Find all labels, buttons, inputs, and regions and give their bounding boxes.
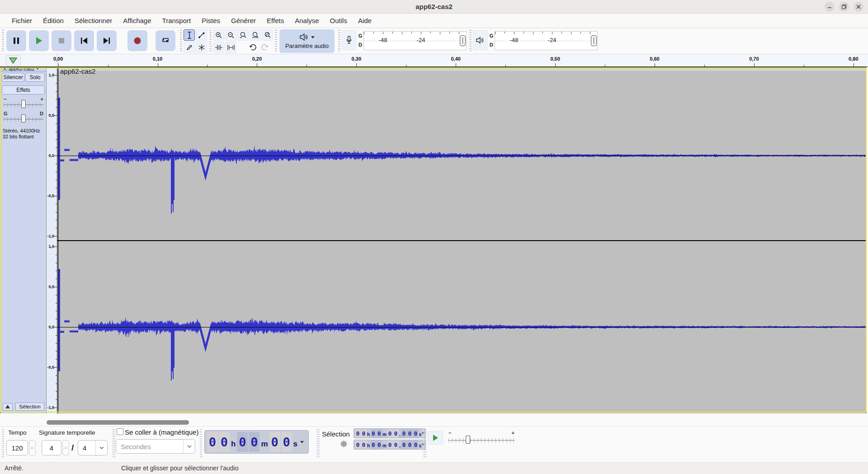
time-signature-spin-up[interactable] [62,440,69,447]
fit-project-button[interactable] [250,29,261,41]
menu-item-edition[interactable]: Édition [38,15,69,26]
time-digit[interactable]: 0 [387,429,393,437]
silence-audio-button[interactable] [225,42,236,53]
tempo-spin-up[interactable] [29,440,36,447]
play-speed-slider-handle[interactable] [466,436,470,444]
pan-slider-handle[interactable] [21,114,26,123]
close-button[interactable] [854,2,863,12]
time-digit[interactable]: 0 [401,441,406,449]
time-digit[interactable]: 0 [393,429,399,437]
tools-toolbar-grip[interactable] [180,30,182,52]
effects-button[interactable]: Effets [2,85,45,95]
play-speed-slider[interactable]: − + [448,430,514,446]
timebig-grip[interactable] [200,429,202,457]
audio-setup-grip[interactable] [275,30,277,52]
time-digit[interactable]: 0 [401,429,406,437]
redo-button[interactable] [259,42,270,53]
menu-item-fichier[interactable]: Fichier [6,15,38,26]
restore-button[interactable] [839,2,849,12]
zoom-toggle-button[interactable] [262,29,273,41]
record-meter-button[interactable] [342,30,356,50]
loop-button[interactable] [156,30,175,51]
selection-settings-button[interactable] [340,440,348,450]
horizontal-scrollbar[interactable] [0,419,868,426]
time-toolbar-grip[interactable] [2,429,4,457]
menu-item-pistes[interactable]: Pistes [196,15,226,26]
waveform-area[interactable]: app62-cas2 [57,67,866,413]
snap-checkbox[interactable] [117,428,123,435]
menu-item-generer[interactable]: Générer [226,15,261,26]
time-signature-lower-caret[interactable] [95,441,107,455]
gain-slider[interactable]: − + [4,98,43,109]
audio-setup-button[interactable]: Paramètre audio [279,29,335,53]
time-digit[interactable]: 0 [219,432,230,452]
record-meter[interactable]: GD -48-24 [342,29,467,52]
snap-unit-caret[interactable] [183,440,195,453]
audio-position-display[interactable]: 00h00m00s [204,430,309,454]
track-close-button[interactable] [2,67,7,71]
time-signature-lower-select[interactable]: 4 [78,440,108,455]
tempo-input[interactable]: 120 [6,440,28,455]
menu-item-analyse[interactable]: Analyse [289,15,324,26]
time-digit[interactable]: 0 [407,429,412,437]
time-digit[interactable]: 0 [371,441,376,449]
playback-meter-bar[interactable]: -48-24 [495,31,598,50]
stop-button[interactable] [52,30,71,51]
menu-item-outils[interactable]: Outils [325,15,353,26]
selection-start-field[interactable]: 00h00m00,000s [354,428,426,438]
draw-tool-button[interactable] [184,42,195,53]
track-selection-button[interactable]: Sélection [15,403,44,411]
edit-toolbar-grip[interactable] [209,30,212,52]
time-digit[interactable]: 0 [237,432,248,452]
playback-meter-button[interactable] [473,30,487,50]
snap-unit-select[interactable]: Secondes [116,439,195,454]
waveform-canvas[interactable] [57,67,866,413]
selection-end-field[interactable]: 00h00m00,000s [354,440,426,450]
record-meter-bar[interactable]: -48-24 [363,31,467,50]
play-button[interactable] [29,30,49,51]
skip-to-end-button[interactable] [97,30,117,51]
horizontal-scrollbar-thumb[interactable] [47,420,189,425]
envelope-tool-button[interactable] [196,29,207,41]
time-signature-spin-down[interactable] [62,448,69,455]
mute-button[interactable]: Silencer [2,73,24,82]
pan-slider[interactable]: G D [4,113,43,123]
trim-audio-button[interactable] [213,42,224,53]
time-digit[interactable]: 0 [361,429,367,437]
track-collapse-button[interactable] [3,403,13,411]
record-meter-grip[interactable] [338,30,340,52]
zoom-in-button[interactable] [213,29,224,41]
multi-tool-button[interactable] [196,42,207,53]
time-digit[interactable]: 0 [377,441,382,449]
time-digit[interactable]: 0 [269,432,280,452]
record-button[interactable] [127,30,147,51]
play-at-speed-button[interactable] [428,431,443,445]
selection-tool-button[interactable] [184,29,195,41]
track-title[interactable]: app62-cas2 [9,67,35,71]
time-digit[interactable]: 0 [371,429,376,437]
menu-item-transport[interactable]: Transport [157,15,197,26]
skip-to-start-button[interactable] [74,30,94,51]
time-digit[interactable]: 0 [281,432,292,452]
time-digit[interactable]: 0 [413,429,418,437]
selection-toolbar-grip[interactable] [317,429,320,457]
loop-region-button[interactable] [5,55,21,66]
snap-toolbar-grip[interactable] [113,429,115,457]
playback-meter[interactable]: GD -48-24 [473,29,599,52]
pause-button[interactable] [6,30,26,51]
time-digit[interactable]: 0 [355,441,361,449]
transport-toolbar-grip[interactable] [2,30,4,52]
time-digit[interactable]: 0 [407,441,412,449]
time-digit[interactable]: 0 [361,441,367,449]
time-digit[interactable]: 0 [413,441,418,449]
time-digit[interactable]: 0 [207,432,218,452]
time-digit[interactable]: 0 [355,429,361,437]
time-digit[interactable]: 0 [393,441,399,449]
zoom-out-button[interactable] [225,29,236,41]
time-format-caret-icon[interactable] [300,441,304,443]
menu-item-effets[interactable]: Effets [261,15,289,26]
playback-meter-grip[interactable] [469,30,472,52]
play-speed-grip[interactable] [424,429,426,457]
gain-slider-handle[interactable] [21,100,26,108]
undo-button[interactable] [247,42,258,53]
